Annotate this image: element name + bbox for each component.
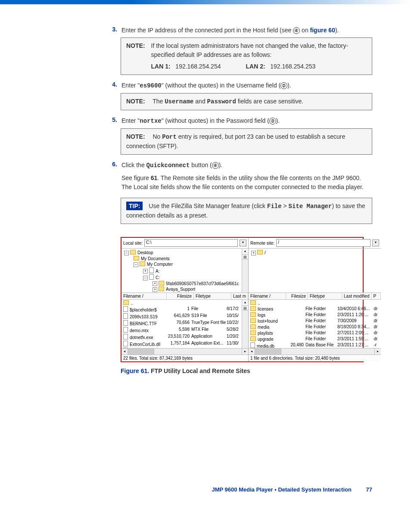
note-text: If the local system administrators have … xyxy=(151,42,349,58)
page-content: 3. Enter the IP address of the connected… xyxy=(0,26,411,374)
hdr-lastmod[interactable]: Last modified xyxy=(342,293,371,299)
hdr-filesize[interactable]: Filesize xyxy=(286,293,308,299)
hscrollbar[interactable]: ◂ ▸ xyxy=(249,348,380,355)
local-status: 22 files. Total size: 87,342,169 bytes xyxy=(121,355,248,361)
scroll-thumb[interactable] xyxy=(128,348,154,355)
tip-box: TIP: Use the FileZilla Site Manager feat… xyxy=(121,198,372,224)
remote-file-list[interactable]: ..licensesFile Folder10/4/2010 6:46...dr… xyxy=(249,300,380,348)
page-footer: JMP 9600 Media Player • Detailed System … xyxy=(0,486,411,493)
tree-desktop[interactable]: Desktop xyxy=(137,250,153,255)
computer-icon xyxy=(140,262,147,267)
folder-icon xyxy=(134,256,141,261)
circled-4b: ➃ xyxy=(212,162,219,169)
hdr-filename[interactable]: Filename / xyxy=(121,293,167,299)
local-site-input[interactable]: C:\ xyxy=(144,239,238,247)
list-item[interactable]: .. xyxy=(121,300,248,306)
figure-60-link[interactable]: figure 60 xyxy=(310,27,335,34)
scroll-left-icon[interactable]: ◂ xyxy=(121,348,128,355)
tip-label: TIP: xyxy=(126,202,143,210)
footer-text: JMP 9600 Media Player • Detailed System … xyxy=(212,486,352,493)
text: Enter " xyxy=(121,82,140,89)
step-6-paragraph: See figure 61. The Remote site fields in… xyxy=(121,174,372,192)
text: " (without quotes) in the Password field… xyxy=(162,117,269,124)
circled-2: ➁ xyxy=(280,82,287,89)
text: on xyxy=(300,27,310,34)
scroll-right-icon[interactable]: ▸ xyxy=(374,348,381,355)
text: ). xyxy=(276,117,280,124)
tree-root[interactable]: / xyxy=(265,250,266,255)
circled-3: ➂ xyxy=(269,118,276,124)
text: Click the xyxy=(121,162,146,168)
folder-icon xyxy=(159,287,166,292)
list-item[interactable]: mediaFile Folder8/18/2010 8:34...dr xyxy=(249,324,380,330)
scroll-thumb[interactable] xyxy=(255,348,281,355)
drive-icon xyxy=(149,269,156,274)
scroll-right-icon[interactable]: ▸ xyxy=(242,348,248,355)
tree-hash[interactable]: 5fab60906S0757e837cf73d6ae5f661c xyxy=(166,281,239,286)
note-label: NOTE: xyxy=(126,98,145,105)
local-tree[interactable]: ▴▤ −Desktop My Documents −My Computer +A… xyxy=(121,249,248,293)
remote-site-input[interactable]: / xyxy=(276,239,370,247)
list-item[interactable]: licensesFile Folder10/4/2010 6:46...dr xyxy=(249,306,380,312)
step-number: 5. xyxy=(108,116,117,126)
list-item[interactable]: BERNHC.TTF70,656TrueType Font file10/22/ xyxy=(121,320,248,327)
code-file: File xyxy=(267,203,282,210)
text: fields are case sensitive. xyxy=(236,98,303,105)
list-item[interactable]: FOX 4G DA, SW, ...25,098S19 File12/11/ xyxy=(121,347,248,348)
scroll-track[interactable] xyxy=(154,348,242,355)
text: Enter the IP address of the connected po… xyxy=(121,27,293,34)
scroll-track[interactable] xyxy=(281,348,374,355)
dropdown-icon[interactable]: ▾ xyxy=(372,240,379,246)
figure-title: FTP Utility Local and Remote Sites xyxy=(151,367,250,374)
list-item[interactable]: demo.mtx5,598MTX File5/28/2 xyxy=(121,327,248,333)
remote-status: 1 file and 6 directories. Total size: 20… xyxy=(249,355,380,361)
text: and xyxy=(193,98,207,105)
folder-icon xyxy=(159,293,166,293)
remote-header[interactable]: Filename / Filesize Filetype Last modifi… xyxy=(249,293,380,300)
figure-number: Figure 61. xyxy=(121,367,151,374)
header-gradient xyxy=(0,0,411,4)
figure-caption: Figure 61. FTP Utility Local and Remote … xyxy=(121,367,372,374)
list-item[interactable]: media.db20,480Data Base File2/3/2011 1:2… xyxy=(249,342,380,348)
hdr-filename[interactable]: Filename / xyxy=(249,293,286,299)
list-item[interactable]: lost+foundFile Folder7/30/2009dr xyxy=(249,318,380,324)
scrollbar[interactable]: ▴▤ xyxy=(242,249,248,292)
lan2-label: LAN 2: xyxy=(246,63,265,70)
note-box-2: NOTE: The Username and Password fields a… xyxy=(121,93,372,110)
list-item[interactable]: dotnetfx.exe23,510,720Application1/20/2 xyxy=(121,333,248,340)
list-item[interactable]: ExtronCorLib.dll1,757,184Application Ext… xyxy=(121,340,248,347)
hdr-filetype[interactable]: Filetype xyxy=(308,293,342,299)
lan2-value: 192.168.254.253 xyxy=(270,63,315,70)
local-header[interactable]: Filename / Filesize Filetype Last m xyxy=(121,293,248,300)
tree-mydocs[interactable]: My Documents xyxy=(141,256,170,261)
tree-docset[interactable]: Documents and Settings xyxy=(166,293,213,293)
list-item[interactable]: logsFile Folder2/3/2011 1:26:...dr xyxy=(249,312,380,318)
hscrollbar[interactable]: ◂ ▸ xyxy=(121,348,248,355)
step-body: Enter "es9600" (without the quotes) in t… xyxy=(121,81,372,90)
circled-4: ➃ xyxy=(293,27,300,34)
text: Enter " xyxy=(121,117,140,124)
dropdown-icon[interactable]: ▾ xyxy=(240,240,246,246)
text: " (without the quotes) in the Username f… xyxy=(162,82,281,89)
tree-c[interactable]: C: xyxy=(156,275,160,280)
figure-61: Local site: C:\ ▾ ▴▤ −Desktop My Documen… xyxy=(121,237,364,362)
list-item[interactable]: $placeholder$1File8/17/2 xyxy=(121,306,248,313)
scrollbar[interactable]: ▴▤ xyxy=(242,300,248,348)
folder-icon xyxy=(159,281,166,286)
tree-avaya[interactable]: Avaya_Support xyxy=(166,287,195,292)
list-item[interactable]: .. xyxy=(249,300,380,306)
code-nortxe: nortxe xyxy=(140,118,161,124)
scroll-left-icon[interactable]: ◂ xyxy=(249,348,255,355)
list-item[interactable]: playlistsFile Folder2/7/2011 2:09:...dr xyxy=(249,330,380,336)
hdr-filesize[interactable]: Filesize xyxy=(167,293,194,299)
hdr-perm[interactable]: P xyxy=(372,293,381,299)
hdr-lastmod[interactable]: Last m xyxy=(231,293,248,299)
code-username: Username xyxy=(165,98,193,105)
remote-tree[interactable]: +/ xyxy=(249,249,380,293)
list-item[interactable]: upgradeFile Folder2/3/2011 1:59:...dr xyxy=(249,336,380,342)
hdr-filetype[interactable]: Filetype xyxy=(194,293,231,299)
list-item[interactable]: 2098v103.S19641,629S19 File10/15/ xyxy=(121,313,248,320)
local-file-list[interactable]: ▴▤ ..$placeholder$1File8/17/22098v103.S1… xyxy=(121,300,248,348)
tree-mycomp[interactable]: My Computer xyxy=(147,262,173,267)
tree-a[interactable]: A: xyxy=(156,269,159,274)
